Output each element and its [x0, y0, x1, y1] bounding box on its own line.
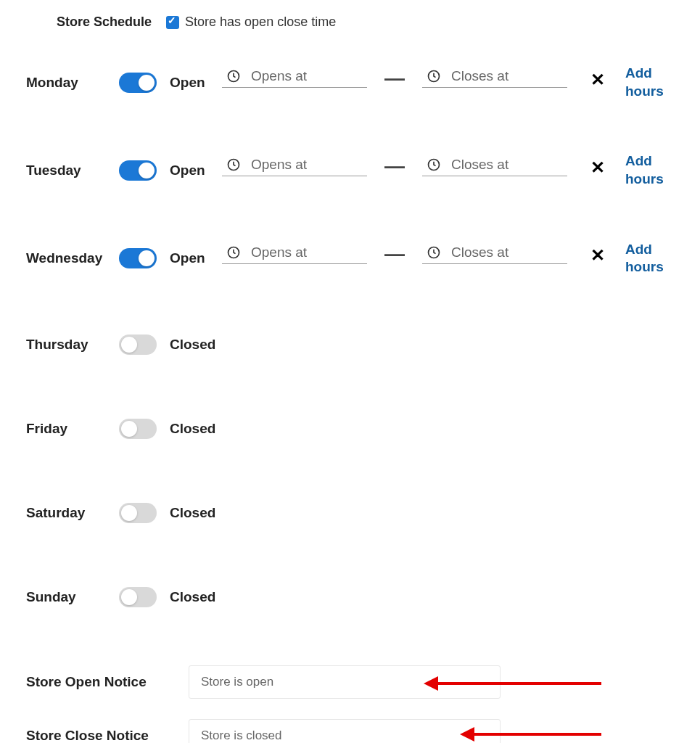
day-status: Closed — [170, 505, 212, 521]
store-close-notice-label: Store Close Notice — [26, 728, 189, 743]
day-toggle[interactable] — [119, 419, 157, 439]
day-toggle[interactable] — [119, 248, 157, 268]
opens-at-input[interactable] — [251, 157, 363, 173]
opens-at-field[interactable] — [222, 65, 367, 88]
day-label: Monday — [26, 75, 119, 91]
closes-at-field[interactable] — [422, 154, 567, 176]
closes-at-input[interactable] — [451, 245, 563, 260]
day-label: Wednesday — [26, 250, 119, 266]
add-hours-link[interactable]: Add hours — [625, 152, 669, 188]
closes-at-field[interactable] — [422, 65, 567, 88]
day-toggle[interactable] — [119, 73, 157, 93]
day-label: Thursday — [26, 337, 119, 353]
clock-icon — [427, 157, 441, 172]
toggle-knob — [139, 250, 155, 266]
day-label: Friday — [26, 421, 119, 437]
day-row: Friday Closed — [26, 413, 674, 445]
time-range-dash: — — [384, 155, 405, 178]
clock-icon — [427, 245, 441, 260]
clock-icon — [226, 157, 241, 172]
day-status: Closed — [170, 421, 212, 437]
day-status: Open — [170, 75, 212, 91]
has-open-close-label: Store has open close time — [185, 15, 336, 30]
day-row: Monday Open — ✕ Add hours — [26, 65, 674, 100]
time-range-dash: — — [384, 67, 405, 90]
day-status: Open — [170, 163, 212, 178]
opens-at-input[interactable] — [251, 245, 363, 260]
day-label: Sunday — [26, 589, 119, 605]
remove-hours-button[interactable]: ✕ — [590, 157, 605, 178]
day-status: Closed — [170, 589, 212, 605]
add-hours-link[interactable]: Add hours — [625, 65, 669, 100]
toggle-knob — [121, 505, 137, 521]
day-label: Saturday — [26, 505, 119, 521]
day-label: Tuesday — [26, 163, 119, 178]
annotation-arrow — [429, 682, 601, 685]
toggle-knob — [121, 589, 137, 605]
remove-hours-button[interactable]: ✕ — [590, 245, 605, 266]
toggle-knob — [139, 75, 155, 91]
day-toggle[interactable] — [119, 503, 157, 523]
closes-at-input[interactable] — [451, 157, 563, 173]
day-status: Closed — [170, 337, 212, 353]
day-row: Sunday Closed — [26, 581, 674, 613]
closes-at-field[interactable] — [422, 242, 567, 264]
store-schedule-label: Store Schedule — [57, 15, 152, 30]
add-hours-link[interactable]: Add hours — [625, 241, 669, 276]
store-close-notice-input[interactable] — [189, 719, 501, 743]
opens-at-field[interactable] — [222, 242, 367, 264]
opens-at-field[interactable] — [222, 154, 367, 176]
opens-at-input[interactable] — [251, 68, 363, 84]
day-row: Saturday Closed — [26, 497, 674, 529]
clock-icon — [427, 69, 441, 83]
toggle-knob — [121, 337, 137, 353]
day-toggle[interactable] — [119, 334, 157, 355]
closes-at-input[interactable] — [451, 68, 563, 84]
toggle-knob — [121, 421, 137, 437]
clock-icon — [226, 245, 241, 260]
remove-hours-button[interactable]: ✕ — [590, 70, 605, 90]
day-status: Open — [170, 250, 212, 266]
day-row: Thursday Closed — [26, 329, 674, 361]
store-open-notice-label: Store Open Notice — [26, 674, 189, 690]
day-row: Wednesday Open — ✕ Add hours — [26, 241, 674, 276]
time-range-dash: — — [384, 242, 405, 266]
day-row: Tuesday Open — ✕ Add hours — [26, 152, 674, 188]
annotation-arrow — [466, 733, 601, 736]
day-toggle[interactable] — [119, 587, 157, 607]
day-toggle[interactable] — [119, 160, 157, 181]
has-open-close-checkbox[interactable] — [166, 16, 179, 29]
toggle-knob — [139, 163, 155, 178]
clock-icon — [226, 69, 241, 83]
